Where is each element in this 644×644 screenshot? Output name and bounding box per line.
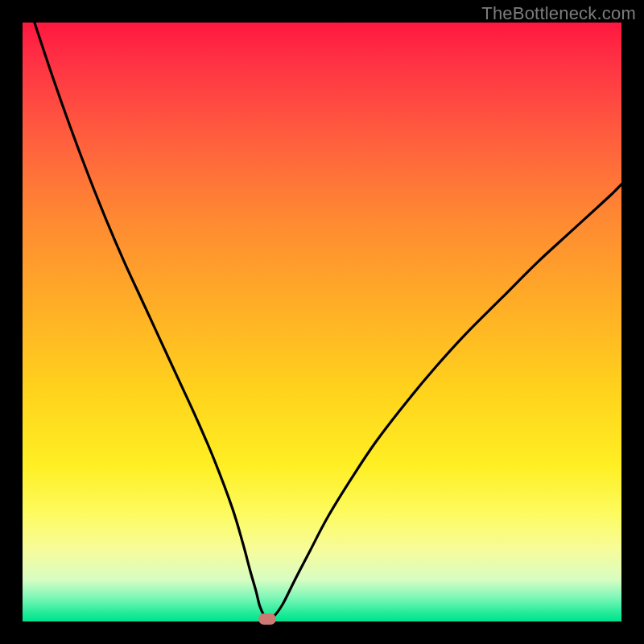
curve-svg	[23, 23, 621, 621]
min-marker	[258, 613, 276, 625]
plot-area	[23, 23, 621, 621]
bottleneck-curve-path	[35, 23, 621, 619]
chart-frame: TheBottleneck.com	[0, 0, 644, 644]
watermark-text: TheBottleneck.com	[481, 3, 636, 24]
